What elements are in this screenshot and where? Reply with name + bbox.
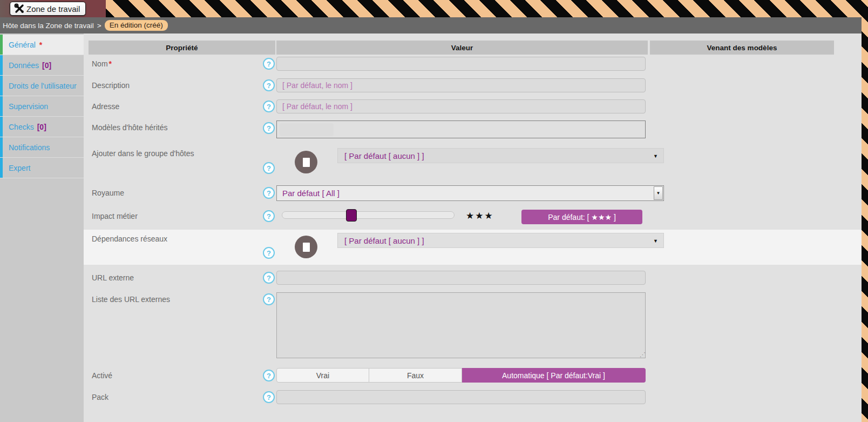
tab-expert[interactable]: Expert (0, 158, 84, 178)
form-panel: Propriété Valeur Venant des modèles Nom*… (84, 34, 862, 422)
field-label-adresse: Adresse (92, 102, 259, 111)
tab-supervision[interactable]: Supervision (0, 96, 84, 117)
caret-down-icon: ▼ (653, 238, 658, 244)
status-badge: En édition (créé) (105, 20, 168, 31)
impact-slider-track[interactable] (282, 211, 455, 219)
active-option-faux[interactable]: Faux (369, 368, 462, 383)
hostgroup-toggle-button[interactable] (295, 151, 317, 173)
tab-label: Données (9, 61, 39, 70)
field-label-groupe-hotes: Ajouter dans le groupe d'hôtes (92, 149, 259, 158)
column-header-venant-des-modeles: Venant des modèles (650, 41, 834, 55)
tools-icon (14, 3, 25, 14)
impact-stars-value: ★★★ (466, 210, 494, 222)
active-option-automatique[interactable]: Automatique [ Par défaut:Vrai ] (462, 368, 646, 383)
tab-notifications[interactable]: Notifications (0, 137, 84, 158)
tab-general[interactable]: Général* (0, 35, 84, 55)
tab-label: Checks (9, 123, 34, 131)
help-icon[interactable]: ? (263, 272, 275, 284)
active-option-vrai[interactable]: Vrai (276, 368, 369, 383)
royaume-select[interactable]: Par défaut [ All ] ▼ (276, 185, 664, 201)
help-icon[interactable]: ? (263, 79, 275, 91)
help-icon[interactable]: ? (263, 210, 275, 222)
help-icon[interactable]: ? (263, 101, 275, 112)
tab-checks[interactable]: Checks [0] (0, 117, 84, 137)
pack-input[interactable] (276, 390, 646, 404)
tab-droits-utilisateur[interactable]: Droits de l'utilisateur (0, 76, 84, 96)
field-label-active: Activé (92, 371, 259, 380)
host-templates-tag-input[interactable] (276, 120, 646, 138)
help-icon[interactable]: ? (263, 58, 275, 70)
url-externe-input[interactable] (276, 271, 646, 285)
page: Général* Données [0] Droits de l'utilisa… (0, 34, 862, 422)
column-header-valeur: Valeur (276, 41, 648, 55)
breadcrumb-separator: > (97, 22, 101, 30)
field-label-pack: Pack (92, 393, 259, 401)
field-label-modeles-hote: Modèles d'hôte hérités (92, 123, 259, 132)
required-marker: * (109, 59, 112, 68)
help-icon[interactable]: ? (263, 162, 275, 174)
field-label-nom: Nom* (92, 59, 259, 68)
tab-label: Général (9, 41, 36, 49)
tag-input-field[interactable] (280, 123, 334, 136)
help-icon[interactable]: ? (263, 293, 275, 305)
help-icon[interactable]: ? (263, 370, 275, 381)
breadcrumb-path: Hôte dans la Zone de travail (3, 22, 94, 30)
network-deps-dropdown[interactable]: [ Par défaut [ aucun ] ] ▼ (337, 233, 664, 248)
help-icon[interactable]: ? (263, 247, 275, 259)
select-value: Par défaut [ All ] (277, 189, 340, 198)
caret-down-icon: ▼ (653, 153, 658, 159)
tab-label: Expert (9, 164, 30, 172)
field-label-liste-url-externes: Liste des URL externes (92, 295, 259, 304)
tab-label: Supervision (9, 102, 48, 111)
stop-square-icon (303, 243, 310, 252)
stop-square-icon (303, 158, 310, 167)
impact-default-button[interactable]: Par défaut: [ ★★★ ] (521, 210, 642, 224)
tab-donnees[interactable]: Données [0] (0, 55, 84, 76)
network-deps-toggle-button[interactable] (295, 236, 317, 258)
tab-label: Notifications (9, 143, 50, 152)
column-header-propriete: Propriété (89, 41, 275, 55)
impact-slider-handle[interactable] (346, 209, 357, 222)
tab-label: Droits de l'utilisateur (9, 82, 77, 90)
field-label-url-externe: URL externe (92, 273, 259, 282)
dropdown-value: [ Par défaut [ aucun ] ] (338, 236, 424, 245)
field-label-impact-metier: Impact métier (92, 212, 259, 220)
help-icon[interactable]: ? (263, 122, 275, 134)
sidebar: Général* Données [0] Droits de l'utilisa… (0, 34, 84, 422)
workspace-button[interactable]: Zone de travail (10, 2, 86, 16)
help-icon[interactable]: ? (263, 391, 275, 403)
select-arrow-icon[interactable]: ▼ (654, 186, 663, 200)
nom-input[interactable] (276, 57, 646, 71)
liste-url-externes-textarea[interactable] (276, 292, 646, 358)
breadcrumb: Hôte dans la Zone de travail > En éditio… (0, 17, 862, 34)
hostgroup-dropdown[interactable]: [ Par défaut [ aucun ] ] ▼ (337, 148, 664, 163)
field-label-dependances-reseaux: Dépendances réseaux (92, 235, 259, 243)
workspace-button-label: Zone de travail (26, 4, 80, 14)
field-label-description: Description (92, 81, 259, 90)
dropdown-value: [ Par défaut [ aucun ] ] (338, 151, 424, 160)
active-segmented-control: Vrai Faux Automatique [ Par défaut:Vrai … (276, 368, 646, 383)
field-label-royaume: Royaume (92, 189, 259, 197)
help-icon[interactable]: ? (263, 187, 275, 199)
tab-count-badge: [0] (37, 123, 46, 131)
required-marker: * (39, 41, 42, 49)
tab-count-badge: [0] (42, 61, 51, 70)
adresse-input[interactable] (276, 99, 646, 113)
description-input[interactable] (276, 78, 646, 92)
